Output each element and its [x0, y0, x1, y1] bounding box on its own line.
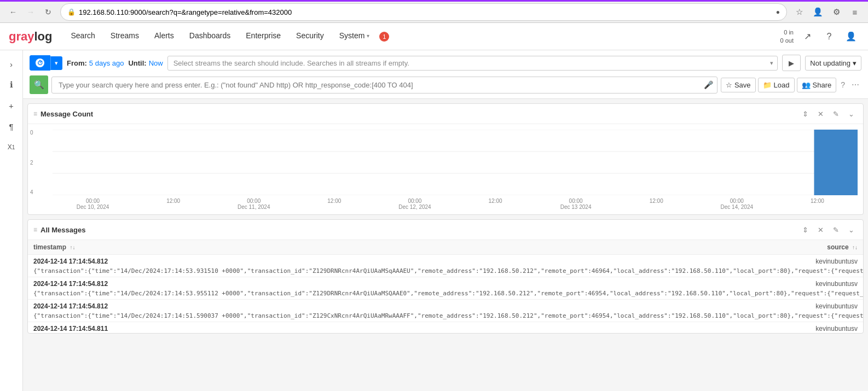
- message-content: {"transaction":{"time":"14/Dec/2024:17:1…: [33, 312, 863, 319]
- reload-button[interactable]: ↻: [40, 4, 56, 20]
- message-timestamp: 2024-12-14 17:14:54.812: [33, 258, 108, 265]
- nav-items: Search Streams Alerts Dashboards Enterpr…: [63, 23, 780, 50]
- browser-chrome: ← → ↻ 🔒 ● ☆ 👤 ⚙ ≡: [0, 0, 868, 23]
- user-btn[interactable]: 👤: [843, 28, 859, 45]
- search-actions: ☆ Save 📁 Load 👥 Share ? ⋯: [721, 78, 861, 92]
- load-btn[interactable]: 📁 Load: [758, 78, 795, 92]
- time-btn-group: ⏱ ▾: [30, 55, 62, 71]
- message-source: kevinubuntusv: [815, 325, 858, 332]
- save-btn[interactable]: ☆ Save: [721, 78, 756, 92]
- stream-select[interactable]: Select streams the search should include…: [167, 56, 778, 71]
- drag-handle-icon-2[interactable]: ≡: [33, 226, 37, 234]
- sidebar-subscript-btn[interactable]: X1: [2, 138, 21, 156]
- time-preset-btn[interactable]: ⏱: [30, 55, 50, 71]
- sidebar-add-btn[interactable]: +: [2, 96, 21, 115]
- nav-counter: 0 in 0 out: [780, 28, 794, 44]
- nav-item-streams[interactable]: Streams: [103, 23, 147, 50]
- nav-item-alerts[interactable]: Alerts: [147, 23, 182, 50]
- table-row-content: {"transaction":{"time":"14/Dec/2024:17:1…: [28, 311, 863, 322]
- table-row-content: {"transaction":{"time":"14/Dec/2024:17:1…: [28, 266, 863, 277]
- sidebar-expand-btn[interactable]: ›: [2, 55, 21, 73]
- search-submit-btn[interactable]: 🔍: [30, 75, 48, 94]
- nav-right: 0 in 0 out ↗ ? 👤: [780, 28, 859, 45]
- sort-icon-source[interactable]: ↑↓: [852, 244, 858, 250]
- chart-container: 4 2 0: [28, 124, 863, 214]
- search-row1: ⏱ ▾ From: 5 days ago Until: Now Select s…: [30, 55, 861, 71]
- message-content: {"transaction":{"time":"14/Dec/2024:17:1…: [33, 267, 863, 275]
- nav-item-dashboards[interactable]: Dashboards: [182, 23, 239, 50]
- table-row[interactable]: 2024-12-14 17:14:54.811 kevinubuntusv: [28, 322, 863, 334]
- nav-item-system[interactable]: System ▾: [332, 23, 378, 50]
- time-preset-caret[interactable]: ▾: [50, 56, 62, 70]
- forward-button[interactable]: →: [23, 4, 38, 20]
- lock-icon: 🔒: [67, 8, 76, 16]
- chevron-all-messages-btn[interactable]: ⌄: [844, 223, 858, 236]
- col-timestamp: timestamp ↑↓: [28, 240, 543, 255]
- all-messages-header: ≡ All Messages ⇕ ✕ ✎ ⌄: [28, 220, 863, 240]
- nav-item-security[interactable]: Security: [288, 23, 332, 50]
- close-widget-btn[interactable]: ✕: [814, 107, 827, 120]
- address-bar[interactable]: [79, 8, 773, 16]
- notification-badge-wrap: 1: [377, 32, 389, 42]
- nav-item-search[interactable]: Search: [63, 23, 102, 50]
- message-source: kevinubuntusv: [815, 302, 858, 310]
- message-timestamp: 2024-12-14 17:14:54.812: [33, 302, 108, 310]
- system-dropdown-arrow: ▾: [367, 33, 369, 39]
- all-messages-widget-actions: ⇕ ✕ ✎ ⌄: [798, 223, 858, 236]
- message-count-widget: ≡ Message Count ⇕ ✕ ✎ ⌄ 4 2: [27, 103, 864, 215]
- logo: graylog: [9, 30, 52, 44]
- table-header-row: timestamp ↑↓ source ↑↓: [28, 240, 863, 255]
- stream-select-wrap: Select streams the search should include…: [167, 56, 778, 71]
- star-icon: ☆: [726, 81, 732, 89]
- expand-all-messages-btn[interactable]: ⇕: [798, 223, 812, 236]
- share-icon-btn[interactable]: ↗: [799, 28, 815, 45]
- address-bar-wrap: 🔒 ●: [60, 3, 787, 21]
- until-display: Until: Now: [128, 59, 163, 67]
- table-row[interactable]: 2024-12-14 17:14:54.812 kevinubuntusv: [28, 300, 863, 311]
- security-icon: ●: [776, 8, 780, 16]
- left-sidebar: › ℹ + ¶ X1: [0, 50, 23, 391]
- expand-widget-btn[interactable]: ⇕: [798, 107, 812, 120]
- search-area: ⏱ ▾ From: 5 days ago Until: Now Select s…: [23, 50, 868, 99]
- app-container: graylog Search Streams Alerts Dashboards…: [0, 23, 868, 391]
- dropdown-arrow-icon: ▾: [853, 59, 857, 67]
- nav-item-enterprise[interactable]: Enterprise: [238, 23, 288, 50]
- not-updating-btn[interactable]: Not updating ▾: [805, 56, 861, 71]
- back-button[interactable]: ←: [5, 4, 21, 20]
- sidebar-info-btn[interactable]: ℹ: [2, 75, 21, 94]
- folder-icon: 📁: [763, 81, 772, 89]
- content-area: ⏱ ▾ From: 5 days ago Until: Now Select s…: [23, 50, 868, 391]
- messages-table: timestamp ↑↓ source ↑↓: [28, 240, 863, 333]
- all-messages-table-wrap: timestamp ↑↓ source ↑↓: [28, 240, 863, 333]
- sort-icon-timestamp[interactable]: ↑↓: [70, 244, 75, 250]
- logo-text: graylog: [9, 30, 52, 44]
- main-layout: › ℹ + ¶ X1 ⏱ ▾ From:: [0, 50, 868, 391]
- run-search-btn[interactable]: ▶: [782, 55, 801, 71]
- notification-badge[interactable]: 1: [379, 32, 389, 42]
- table-row[interactable]: 2024-12-14 17:14:54.812 kevinubuntusv: [28, 277, 863, 289]
- menu-button[interactable]: ≡: [847, 4, 863, 20]
- mic-icon-btn[interactable]: 🎤: [704, 80, 713, 89]
- search-input[interactable]: [51, 77, 717, 94]
- table-row[interactable]: 2024-12-14 17:14:54.812 kevinubuntusv: [28, 255, 863, 266]
- all-messages-title: All Messages: [40, 226, 795, 234]
- chevron-widget-btn[interactable]: ⌄: [844, 107, 858, 120]
- edit-all-messages-btn[interactable]: ✎: [829, 223, 842, 236]
- help-btn[interactable]: ?: [821, 28, 837, 45]
- share-btn[interactable]: 👥 Share: [797, 78, 837, 92]
- drag-handle-icon[interactable]: ≡: [33, 110, 37, 118]
- close-all-messages-btn[interactable]: ✕: [814, 223, 827, 236]
- sidebar-format-btn[interactable]: ¶: [2, 117, 21, 136]
- message-content: {"transaction":{"time":"14/Dec/2024:17:1…: [33, 290, 863, 297]
- bookmark-button[interactable]: ☆: [791, 4, 807, 20]
- message-timestamp: 2024-12-14 17:14:54.811: [33, 325, 108, 332]
- edit-widget-btn[interactable]: ✎: [829, 107, 842, 120]
- help-icon-btn[interactable]: ?: [838, 78, 847, 91]
- play-icon: ▶: [789, 59, 794, 67]
- chart-x-labels: 00:00 Dec 10, 2024 12:00 00:00 Dec 11, 2…: [53, 198, 858, 210]
- profile-button[interactable]: 👤: [810, 4, 825, 20]
- svg-rect-4: [814, 130, 858, 195]
- more-options-btn[interactable]: ⋯: [849, 78, 861, 91]
- extensions-button[interactable]: ⚙: [829, 4, 844, 20]
- chart-y-labels: 4 2 0: [30, 130, 33, 195]
